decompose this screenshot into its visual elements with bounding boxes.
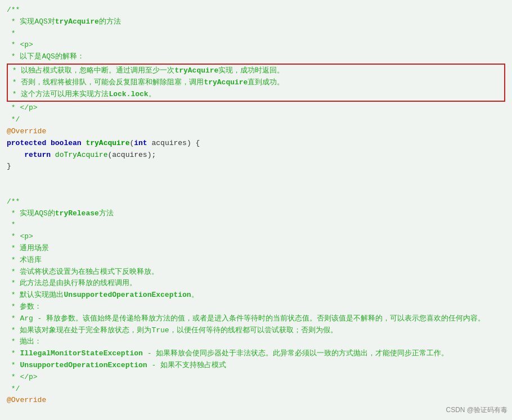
comment-text: * <p> bbox=[7, 39, 33, 51]
code-line-20: * <p> bbox=[7, 231, 505, 243]
code-line-15 bbox=[7, 173, 505, 184]
code-line-12: protected boolean tryAcquire(int acquire… bbox=[7, 138, 505, 150]
keyword-boolean: boolean bbox=[51, 138, 86, 150]
code-line-14: } bbox=[7, 161, 505, 173]
indent-space bbox=[7, 150, 24, 161]
comment-text: /** bbox=[7, 196, 20, 208]
comment-text: * 默认实现抛出UnsupportedOperationException。 bbox=[7, 290, 199, 301]
comment-text: /** bbox=[7, 4, 20, 16]
code-line-2: * 实现AQS对tryAcquire的方法 bbox=[7, 16, 505, 28]
code-line-23: * 尝试将状态设置为在独占模式下反映释放。 bbox=[7, 267, 505, 278]
comment-text: * </p> bbox=[7, 102, 38, 114]
code-line-11: @Override bbox=[7, 126, 505, 138]
comment-text: * 通用场景 bbox=[7, 243, 49, 255]
annotation-text: @Override bbox=[7, 126, 46, 138]
comment-text: * 如果该对象现在处于完全释放状态，则为True，以便任何等待的线程都可以尝试获… bbox=[7, 325, 338, 337]
comment-text: * bbox=[7, 28, 16, 40]
code-line-9: * </p> bbox=[7, 102, 505, 114]
comment-text: * 此方法总是由执行释放的线程调用。 bbox=[7, 278, 137, 290]
code-line-31: * UnsupportedOperationException - 如果不支持独… bbox=[7, 360, 505, 372]
comment-text: * <p> bbox=[7, 231, 33, 243]
comment-text: */ bbox=[7, 383, 20, 395]
watermark-text: CSDN @验证码有毒 bbox=[446, 406, 507, 414]
method-params: ( bbox=[129, 138, 134, 150]
param-name: acquires) { bbox=[151, 138, 200, 150]
keyword-protected: protected bbox=[7, 138, 51, 150]
comment-text: * Arg - 释放参数。该值始终是传递给释放方法的值，或者是进入条件等待时的当… bbox=[7, 313, 485, 325]
comment-text: * </p> bbox=[7, 372, 38, 383]
annotation-text: @Override bbox=[7, 395, 46, 407]
comment-text: * 参数： bbox=[7, 301, 42, 313]
comment-text: * 实现AQS对tryAcquire的方法 bbox=[7, 16, 121, 28]
comment-text: * 术语库 bbox=[7, 255, 42, 267]
code-container: /** * 实现AQS对tryAcquire的方法 * * <p> * 以下是A… bbox=[0, 0, 512, 420]
code-line-24: * 此方法总是由执行释放的线程调用。 bbox=[7, 278, 505, 290]
code-line-16 bbox=[7, 184, 505, 196]
method-call-args: (acquires); bbox=[107, 150, 156, 161]
code-line-17: /** bbox=[7, 196, 505, 208]
code-line-18: * 实现AQS的tryRelease方法 bbox=[7, 208, 505, 220]
code-line-3: * bbox=[7, 28, 505, 40]
code-line-32: * </p> bbox=[7, 372, 505, 383]
code-line-10: */ bbox=[7, 114, 505, 126]
watermark: CSDN @验证码有毒 bbox=[446, 405, 507, 416]
code-line-27: * Arg - 释放参数。该值始终是传递给释放方法的值，或者是进入条件等待时的当… bbox=[7, 313, 505, 325]
comment-text: * UnsupportedOperationException - 如果不支持独… bbox=[7, 360, 226, 372]
code-line-6: * 以独占模式获取，忽略中断。通过调用至少一次tryAcquire实现，成功时返… bbox=[8, 65, 504, 77]
code-line-30: * IllegalMonitorStateException - 如果释放会使同… bbox=[7, 348, 505, 360]
comment-text: * IllegalMonitorStateException - 如果释放会使同… bbox=[7, 348, 448, 360]
comment-text: * bbox=[7, 219, 16, 231]
code-line-4: * <p> bbox=[7, 39, 505, 51]
comment-text: * 这个方法可以用来实现方法Lock.lock。 bbox=[8, 89, 156, 101]
code-line-13: return doTryAcquire(acquires); bbox=[7, 150, 505, 161]
code-line-7: * 否则，线程将被排队，可能会反复阻塞和解除阻塞，调用tryAcquire直到成… bbox=[8, 77, 504, 89]
code-line-29: * 抛出： bbox=[7, 336, 505, 348]
comment-text: * 以独占模式获取，忽略中断。通过调用至少一次tryAcquire实现，成功时返… bbox=[8, 65, 284, 77]
comment-text: * 抛出： bbox=[7, 336, 42, 348]
code-line-26: * 参数： bbox=[7, 301, 505, 313]
code-line-8: * 这个方法可以用来实现方法Lock.lock。 bbox=[8, 89, 504, 101]
code-line-34: @Override bbox=[7, 395, 505, 407]
code-line-33: */ bbox=[7, 383, 505, 395]
comment-text: */ bbox=[7, 114, 20, 126]
highlight-block: * 以独占模式获取，忽略中断。通过调用至少一次tryAcquire实现，成功时返… bbox=[7, 64, 505, 102]
code-line-25: * 默认实现抛出UnsupportedOperationException。 bbox=[7, 290, 505, 301]
code-line-21: * 通用场景 bbox=[7, 243, 505, 255]
code-line-22: * 术语库 bbox=[7, 255, 505, 267]
comment-text: * 以下是AQS的解释： bbox=[7, 51, 84, 63]
code-line-1: /** bbox=[7, 4, 505, 16]
comment-text: * 实现AQS的tryRelease方法 bbox=[7, 208, 114, 220]
code-line-19: * bbox=[7, 219, 505, 231]
keyword-int: int bbox=[134, 138, 151, 150]
comment-text: * 尝试将状态设置为在独占模式下反映释放。 bbox=[7, 267, 159, 278]
method-name: tryAcquire bbox=[86, 138, 129, 150]
brace: } bbox=[7, 161, 11, 173]
code-line-28: * 如果该对象现在处于完全释放状态，则为True，以便任何等待的线程都可以尝试获… bbox=[7, 325, 505, 337]
comment-text: * 否则，线程将被排队，可能会反复阻塞和解除阻塞，调用tryAcquire直到成… bbox=[8, 77, 284, 89]
method-call: doTryAcquire bbox=[55, 150, 108, 161]
code-line-5: * 以下是AQS的解释： bbox=[7, 51, 505, 63]
keyword-return: return bbox=[24, 150, 55, 161]
